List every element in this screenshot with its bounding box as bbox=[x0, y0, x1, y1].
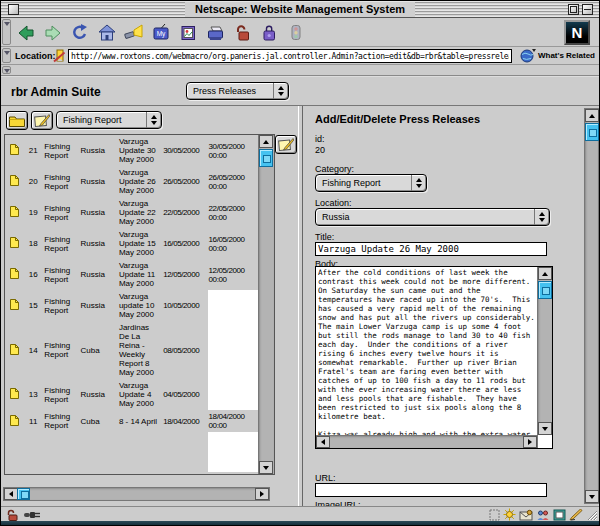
url-field-input[interactable] bbox=[315, 483, 547, 497]
toolbar-collapse-tab[interactable] bbox=[2, 19, 11, 45]
forward-button[interactable] bbox=[42, 21, 64, 44]
newsgroups-icon[interactable] bbox=[536, 509, 550, 521]
table-row[interactable]: 14Fishing ReportCubaJardinas De La Reina… bbox=[5, 321, 258, 379]
table-row[interactable]: 21Fishing ReportRussiaVarzuga Update 30 … bbox=[5, 135, 258, 166]
row-category: Fishing Report bbox=[43, 135, 79, 166]
back-button[interactable] bbox=[15, 21, 37, 44]
folder-button[interactable] bbox=[6, 111, 28, 130]
home-icon bbox=[97, 23, 117, 43]
my-netscape-button[interactable]: My bbox=[150, 21, 172, 44]
shop-icon bbox=[259, 23, 279, 43]
my-netscape-icon: My bbox=[151, 23, 171, 43]
scroll-thumb[interactable] bbox=[259, 149, 273, 167]
category-select[interactable]: Fishing Report bbox=[315, 174, 427, 192]
security-button[interactable] bbox=[231, 21, 253, 44]
table-filler-row bbox=[5, 432, 258, 472]
category-filter-select[interactable]: Fishing Report bbox=[56, 111, 162, 129]
category-label: Category: bbox=[315, 164, 354, 174]
close-box[interactable] bbox=[8, 4, 19, 15]
scroll-up-button[interactable] bbox=[538, 267, 552, 280]
table-row[interactable]: 18Fishing ReportRussiaVarzuga Update 15 … bbox=[5, 228, 258, 259]
url-input[interactable] bbox=[68, 49, 512, 63]
zoom-box[interactable] bbox=[568, 4, 579, 15]
new-record-button[interactable] bbox=[31, 111, 53, 130]
scroll-thumb[interactable] bbox=[17, 488, 30, 500]
addressbook-icon[interactable] bbox=[553, 509, 566, 521]
filler-cell bbox=[208, 432, 258, 472]
doc-icon bbox=[5, 197, 23, 228]
filler-cell bbox=[23, 432, 43, 472]
whats-related-button[interactable]: What's Related bbox=[520, 48, 595, 63]
title-input[interactable] bbox=[315, 242, 547, 256]
home-button[interactable] bbox=[96, 21, 118, 44]
row-category: Fishing Report bbox=[43, 259, 79, 290]
row-date: 08/05/2000 bbox=[162, 321, 207, 379]
table-row[interactable]: 13Fishing ReportRussiaVarzuga Update 4 M… bbox=[5, 379, 258, 410]
textarea-vertical-scrollbar[interactable] bbox=[537, 267, 552, 435]
netscape-logo[interactable]: N bbox=[564, 20, 590, 45]
shop-button[interactable] bbox=[258, 21, 280, 44]
scroll-up-button[interactable] bbox=[585, 109, 599, 122]
row-id: 15 bbox=[23, 290, 43, 321]
table-row[interactable]: 16Fishing ReportRussiaVarzuga Update 11 … bbox=[5, 259, 258, 290]
form-vertical-scrollbar[interactable] bbox=[584, 108, 599, 504]
popup-arrows-icon bbox=[534, 209, 549, 225]
section-select[interactable]: Press Releases bbox=[186, 82, 289, 100]
scroll-thumb[interactable] bbox=[538, 281, 552, 299]
location-collapse-tab[interactable] bbox=[2, 48, 11, 63]
location-label: Location: bbox=[15, 51, 56, 61]
windowshade-box[interactable] bbox=[582, 4, 593, 15]
edit-note-icon bbox=[34, 114, 50, 127]
filler-cell bbox=[80, 432, 118, 472]
scroll-down-button[interactable] bbox=[259, 461, 273, 474]
composer-icon[interactable] bbox=[569, 509, 583, 521]
stop-button[interactable] bbox=[285, 21, 307, 44]
personal-collapse-tab[interactable] bbox=[2, 66, 11, 74]
row-id: 11 bbox=[23, 410, 43, 432]
table-row[interactable]: 19Fishing ReportRussiaVarzuga Update 22 … bbox=[5, 197, 258, 228]
scroll-down-button[interactable] bbox=[585, 490, 599, 503]
frame-horizontal-scrollbar[interactable] bbox=[3, 487, 270, 501]
row-id: 16 bbox=[23, 259, 43, 290]
row-id: 20 bbox=[23, 166, 43, 197]
search-button[interactable] bbox=[123, 21, 145, 44]
row-location: Russia bbox=[80, 228, 118, 259]
inbox-icon[interactable] bbox=[519, 509, 533, 521]
security-icon bbox=[232, 23, 252, 43]
scroll-left-button[interactable] bbox=[4, 488, 18, 500]
id-value: 20 bbox=[315, 145, 325, 155]
scroll-left-button[interactable] bbox=[316, 436, 330, 448]
images-button[interactable] bbox=[177, 21, 199, 44]
component-bar-handle-icon[interactable] bbox=[489, 509, 500, 521]
plugin-icon bbox=[23, 510, 41, 520]
print-icon bbox=[205, 23, 225, 43]
reload-button[interactable] bbox=[69, 21, 91, 44]
stop-icon bbox=[286, 23, 306, 43]
navigator-icon[interactable] bbox=[503, 508, 516, 521]
table-row[interactable]: 20Fishing ReportRussiaVarzuga Update 26 … bbox=[5, 166, 258, 197]
row-datetime: 26/05/2000 00:00 bbox=[208, 166, 258, 197]
content-frames: Fishing Report 21Fishing ReportRussiaVar… bbox=[1, 106, 599, 506]
table-vertical-scrollbar[interactable] bbox=[258, 135, 274, 474]
admin-suite-title: rbr Admin Suite bbox=[11, 85, 101, 99]
resize-grip[interactable] bbox=[585, 508, 598, 521]
print-button[interactable] bbox=[204, 21, 226, 44]
scroll-up-button[interactable] bbox=[259, 135, 273, 148]
scroll-down-button[interactable] bbox=[538, 422, 552, 435]
security-lock-icon[interactable] bbox=[6, 509, 19, 521]
row-date: 22/05/2000 bbox=[162, 197, 207, 228]
scroll-right-button[interactable] bbox=[255, 488, 269, 500]
table-row[interactable]: 11Fishing ReportCuba8 - 14 April18/04/20… bbox=[5, 410, 258, 432]
body-textarea[interactable]: After the cold conditions of last week t… bbox=[316, 267, 537, 435]
scroll-right-button[interactable] bbox=[523, 436, 537, 448]
edit-record-button[interactable] bbox=[275, 135, 297, 154]
textarea-horizontal-scrollbar[interactable] bbox=[316, 435, 538, 448]
location-select[interactable]: Russia bbox=[315, 208, 550, 226]
row-title: Varzuga Update 15 May 2000 bbox=[118, 228, 162, 259]
row-title: Varzuga Update 11 May 2000 bbox=[118, 259, 162, 290]
table-row[interactable]: 15Fishing ReportRussiaVarzuga update 10 … bbox=[5, 290, 258, 321]
title-bar[interactable]: Netscape: Website Management System bbox=[1, 1, 599, 18]
back-icon bbox=[16, 23, 36, 43]
scroll-thumb[interactable] bbox=[585, 123, 599, 141]
doc-icon bbox=[5, 379, 23, 410]
